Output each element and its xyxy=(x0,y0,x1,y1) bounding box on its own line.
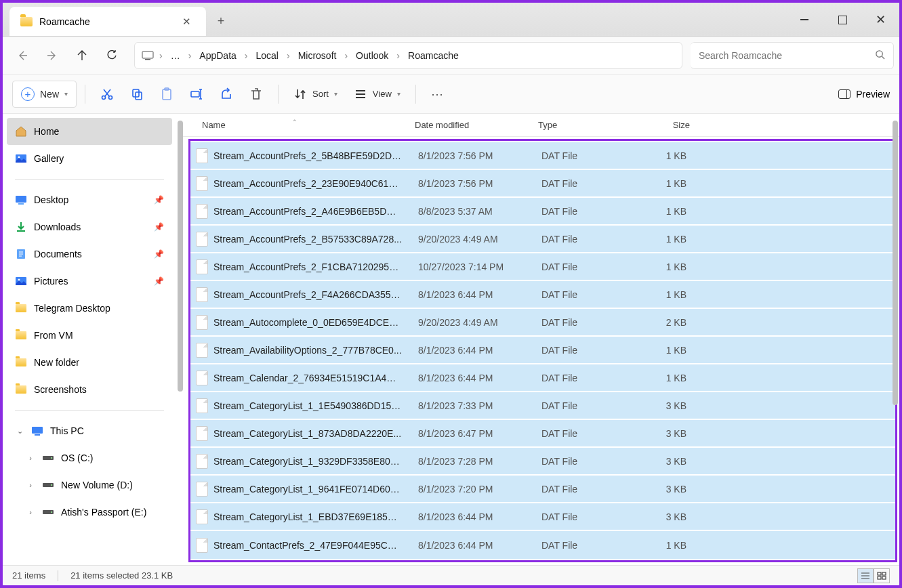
chevron-right-icon[interactable]: › xyxy=(285,50,291,61)
new-button[interactable]: + New ▾ xyxy=(12,81,77,108)
back-button[interactable] xyxy=(8,41,37,70)
chevron-right-icon[interactable]: › xyxy=(343,50,349,61)
file-row[interactable]: Stream_CategoryList_1_9329DF3358E801... … xyxy=(190,448,895,476)
file-row[interactable]: Stream_AccountPrefs_2_A46E9B6EB5DB2... 8… xyxy=(190,198,895,226)
share-button[interactable] xyxy=(213,81,240,108)
file-icon xyxy=(196,454,208,469)
column-header-name[interactable]: ⌃ Name xyxy=(183,120,407,130)
file-row[interactable]: Stream_AccountPrefs_2_5B48BFE59D2DD... 8… xyxy=(190,142,895,170)
browser-tab[interactable]: Roamcache ✕ xyxy=(9,7,206,36)
copy-button[interactable] xyxy=(123,81,150,108)
sort-button[interactable]: Sort ▾ xyxy=(287,81,344,108)
label: Documents xyxy=(34,249,82,259)
file-row[interactable]: Stream_AccountPrefs_2_F1CBA71202957... 1… xyxy=(190,253,895,281)
chevron-right-icon[interactable]: › xyxy=(26,508,35,516)
file-icon xyxy=(196,204,208,219)
refresh-button[interactable] xyxy=(98,41,126,70)
file-row[interactable]: Stream_CategoryList_1_EBD37E69E185B6... … xyxy=(190,503,895,531)
crumb-microsoft[interactable]: Microsoft xyxy=(293,46,342,65)
new-tab-button[interactable]: + xyxy=(206,7,236,36)
file-size: 3 KB xyxy=(634,511,699,522)
up-button[interactable] xyxy=(68,41,96,70)
chevron-down-icon[interactable]: ⌄ xyxy=(15,427,24,436)
forward-button[interactable] xyxy=(38,41,66,70)
file-row[interactable]: Stream_AccountPrefs_2_B57533C89A728... 9… xyxy=(190,226,895,253)
pictures-icon xyxy=(15,275,27,287)
column-header-type[interactable]: Type xyxy=(530,120,630,130)
column-header-date[interactable]: Date modified xyxy=(407,120,530,130)
file-row[interactable]: Stream_Autocomplete_0_0ED659E4DCE5... 9/… xyxy=(190,309,895,337)
svg-point-3 xyxy=(102,96,106,99)
file-list-pane: ⌃ Name Date modified Type Size Stream_Ac… xyxy=(183,114,899,565)
preview-toggle[interactable]: Preview xyxy=(838,89,890,100)
chevron-right-icon[interactable]: › xyxy=(243,50,249,61)
drive-icon xyxy=(42,506,54,518)
sidebar-item-quick[interactable]: Desktop 📌 xyxy=(7,186,172,213)
sidebar-item-quick[interactable]: Documents 📌 xyxy=(7,240,172,268)
sidebar-item-quick[interactable]: Screenshots xyxy=(7,376,172,403)
file-type: DAT File xyxy=(533,234,634,245)
file-row[interactable]: Stream_CategoryList_1_9641FE0714D609... … xyxy=(190,476,895,503)
file-row[interactable]: Stream_ContactPrefs_2_47E9F044E95CA0... … xyxy=(190,531,895,559)
file-row[interactable]: Stream_AccountPrefs_2_F4A266CDA355E... 8… xyxy=(190,281,895,309)
close-window-button[interactable]: ✕ xyxy=(861,3,899,37)
maximize-button[interactable] xyxy=(823,3,861,37)
minimize-button[interactable] xyxy=(785,3,823,37)
crumb-outlook[interactable]: Outlook xyxy=(350,46,394,65)
sidebar-item-quick[interactable]: From VM xyxy=(7,322,172,349)
column-header-row: ⌃ Name Date modified Type Size xyxy=(183,114,899,137)
address-bar[interactable]: › … › AppData › Local › Microsoft › Outl… xyxy=(134,42,682,69)
sidebar-item-quick[interactable]: Pictures 📌 xyxy=(7,268,172,295)
crumb-roamcache[interactable]: Roamcache xyxy=(403,46,464,65)
folder-icon xyxy=(20,17,33,26)
cut-button[interactable] xyxy=(94,81,121,108)
chevron-right-icon[interactable]: › xyxy=(187,50,193,61)
crumb-local[interactable]: Local xyxy=(251,46,284,65)
drive-icon xyxy=(42,479,54,491)
sidebar-item-drive[interactable]: › OS (C:) xyxy=(7,444,172,471)
file-row[interactable]: Stream_AvailabilityOptions_2_777B78CE0..… xyxy=(190,337,895,364)
crumb-ellipsis[interactable]: … xyxy=(165,46,186,65)
file-row[interactable]: Stream_CategoryList_1_1E5490386DD152... … xyxy=(190,392,895,420)
chevron-right-icon[interactable]: › xyxy=(26,481,35,489)
file-icon xyxy=(196,398,208,413)
folder-icon xyxy=(15,356,27,369)
paste-icon xyxy=(160,87,173,101)
chevron-right-icon[interactable]: › xyxy=(26,454,35,462)
sidebar-scrollbar[interactable] xyxy=(178,121,183,392)
thumbnails-view-button[interactable] xyxy=(874,568,890,583)
svg-rect-28 xyxy=(882,576,886,579)
search-box[interactable] xyxy=(691,42,894,69)
view-button[interactable]: View ▾ xyxy=(347,81,407,108)
sidebar-item-drive[interactable]: › New Volume (D:) xyxy=(7,471,172,499)
label: OS (C:) xyxy=(61,453,93,463)
file-scrollbar[interactable] xyxy=(893,121,898,405)
delete-button[interactable] xyxy=(243,81,270,108)
svg-point-4 xyxy=(109,96,112,99)
sidebar-item-quick[interactable]: Telegram Desktop xyxy=(7,295,172,322)
search-input[interactable] xyxy=(699,50,875,61)
sidebar-item-quick[interactable]: Downloads 📌 xyxy=(7,213,172,240)
details-view-button[interactable] xyxy=(857,568,874,583)
tab-close-button[interactable]: ✕ xyxy=(178,13,195,30)
file-row[interactable]: Stream_Calendar_2_76934E51519C1A4EA... 8… xyxy=(190,364,895,392)
chevron-right-icon[interactable]: › xyxy=(395,50,401,61)
sidebar-item-drive[interactable]: › Atish's Passport (E:) xyxy=(7,499,172,526)
column-header-size[interactable]: Size xyxy=(630,120,698,130)
file-row[interactable]: Stream_CategoryList_1_873AD8DA2220E... 8… xyxy=(190,420,895,448)
rename-button[interactable] xyxy=(183,81,210,108)
file-row[interactable]: Stream_AccountPrefs_2_23E90E940C61A... 8… xyxy=(190,170,895,198)
file-size: 1 KB xyxy=(634,178,699,189)
sidebar-item-thispc[interactable]: ⌄ This PC xyxy=(7,417,172,444)
crumb-appdata[interactable]: AppData xyxy=(194,46,241,65)
sidebar-item-quick[interactable]: New folder xyxy=(7,349,172,376)
paste-button[interactable] xyxy=(153,81,180,108)
chevron-right-icon[interactable]: › xyxy=(158,50,164,61)
more-button[interactable]: ⋯ xyxy=(424,81,450,108)
status-selected: 21 items selected 23.1 KB xyxy=(70,570,173,581)
sidebar-item-gallery[interactable]: Gallery xyxy=(7,145,172,172)
label: From VM xyxy=(34,330,73,341)
window-controls: ✕ xyxy=(785,3,899,36)
sidebar-item-home[interactable]: Home xyxy=(7,118,172,145)
file-type: DAT File xyxy=(533,373,634,383)
